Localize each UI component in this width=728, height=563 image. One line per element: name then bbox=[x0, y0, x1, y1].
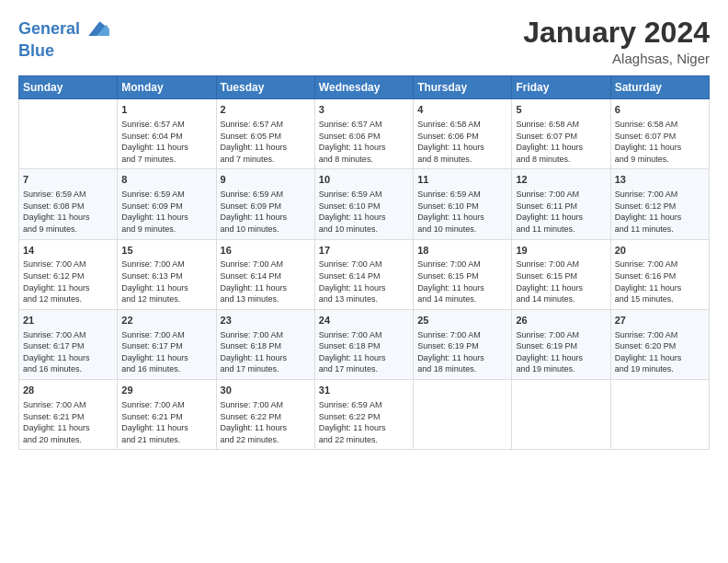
cell-info: Sunrise: 6:59 AM Sunset: 6:09 PM Dayligh… bbox=[221, 189, 311, 235]
logo-blue: Blue bbox=[18, 42, 109, 61]
calendar-cell: 28Sunrise: 7:00 AM Sunset: 6:21 PM Dayli… bbox=[19, 380, 118, 450]
calendar-week-row: 21Sunrise: 7:00 AM Sunset: 6:17 PM Dayli… bbox=[19, 309, 710, 379]
cell-info: Sunrise: 7:00 AM Sunset: 6:14 PM Dayligh… bbox=[319, 259, 409, 304]
day-number: 13 bbox=[615, 173, 705, 187]
day-number: 5 bbox=[516, 103, 606, 117]
cell-info: Sunrise: 7:00 AM Sunset: 6:22 PM Dayligh… bbox=[221, 399, 311, 445]
cell-info: Sunrise: 7:00 AM Sunset: 6:20 PM Dayligh… bbox=[615, 329, 705, 375]
day-number: 3 bbox=[319, 103, 409, 117]
header-day: Friday bbox=[512, 76, 610, 99]
cell-info: Sunrise: 7:00 AM Sunset: 6:21 PM Dayligh… bbox=[23, 399, 113, 445]
cell-info: Sunrise: 7:00 AM Sunset: 6:14 PM Dayligh… bbox=[221, 259, 311, 304]
day-number: 27 bbox=[615, 314, 705, 327]
calendar-cell: 9Sunrise: 6:59 AM Sunset: 6:09 PM Daylig… bbox=[216, 169, 314, 239]
cell-info: Sunrise: 6:59 AM Sunset: 6:10 PM Dayligh… bbox=[319, 189, 409, 235]
day-number: 1 bbox=[121, 103, 211, 117]
day-number: 26 bbox=[516, 314, 606, 327]
day-number: 9 bbox=[221, 173, 311, 187]
cell-info: Sunrise: 7:00 AM Sunset: 6:16 PM Dayligh… bbox=[615, 259, 705, 304]
day-number: 2 bbox=[221, 103, 311, 117]
calendar-cell: 25Sunrise: 7:00 AM Sunset: 6:19 PM Dayli… bbox=[414, 309, 512, 379]
location: Alaghsas, Niger bbox=[523, 51, 710, 66]
calendar-cell: 4Sunrise: 6:58 AM Sunset: 6:06 PM Daylig… bbox=[414, 99, 512, 169]
calendar-cell: 3Sunrise: 6:57 AM Sunset: 6:06 PM Daylig… bbox=[314, 99, 413, 169]
calendar-cell: 16Sunrise: 7:00 AM Sunset: 6:14 PM Dayli… bbox=[216, 239, 314, 309]
calendar-cell: 21Sunrise: 7:00 AM Sunset: 6:17 PM Dayli… bbox=[19, 309, 118, 379]
calendar-cell: 10Sunrise: 6:59 AM Sunset: 6:10 PM Dayli… bbox=[314, 169, 413, 239]
day-number: 25 bbox=[417, 314, 507, 327]
cell-info: Sunrise: 6:58 AM Sunset: 6:06 PM Dayligh… bbox=[417, 119, 507, 165]
day-number: 11 bbox=[417, 173, 507, 187]
cell-info: Sunrise: 6:59 AM Sunset: 6:09 PM Dayligh… bbox=[121, 189, 211, 235]
cell-info: Sunrise: 6:58 AM Sunset: 6:07 PM Dayligh… bbox=[516, 119, 606, 165]
cell-info: Sunrise: 7:00 AM Sunset: 6:15 PM Dayligh… bbox=[516, 259, 606, 304]
cell-info: Sunrise: 7:00 AM Sunset: 6:12 PM Dayligh… bbox=[615, 189, 705, 235]
cell-info: Sunrise: 6:57 AM Sunset: 6:06 PM Dayligh… bbox=[319, 119, 409, 165]
day-number: 16 bbox=[221, 244, 311, 258]
day-number: 30 bbox=[221, 384, 311, 397]
cell-info: Sunrise: 6:58 AM Sunset: 6:07 PM Dayligh… bbox=[615, 119, 705, 165]
calendar-cell: 29Sunrise: 7:00 AM Sunset: 6:21 PM Dayli… bbox=[118, 380, 216, 450]
cell-info: Sunrise: 7:00 AM Sunset: 6:13 PM Dayligh… bbox=[121, 259, 211, 304]
calendar-cell: 18Sunrise: 7:00 AM Sunset: 6:15 PM Dayli… bbox=[414, 239, 512, 309]
header-row: SundayMondayTuesdayWednesdayThursdayFrid… bbox=[19, 76, 710, 99]
logo-icon bbox=[84, 17, 109, 42]
calendar-cell: 27Sunrise: 7:00 AM Sunset: 6:20 PM Dayli… bbox=[610, 309, 709, 379]
cell-info: Sunrise: 6:59 AM Sunset: 6:22 PM Dayligh… bbox=[319, 399, 409, 445]
calendar-week-row: 7Sunrise: 6:59 AM Sunset: 6:08 PM Daylig… bbox=[19, 169, 710, 239]
logo-text: General bbox=[18, 20, 80, 39]
cell-info: Sunrise: 7:00 AM Sunset: 6:19 PM Dayligh… bbox=[417, 329, 507, 375]
cell-info: Sunrise: 7:00 AM Sunset: 6:11 PM Dayligh… bbox=[516, 189, 606, 235]
calendar-cell: 23Sunrise: 7:00 AM Sunset: 6:18 PM Dayli… bbox=[216, 309, 314, 379]
calendar-cell: 13Sunrise: 7:00 AM Sunset: 6:12 PM Dayli… bbox=[610, 169, 709, 239]
header-day: Wednesday bbox=[314, 76, 413, 99]
logo: General Blue bbox=[18, 17, 109, 61]
cell-info: Sunrise: 7:00 AM Sunset: 6:18 PM Dayligh… bbox=[319, 329, 409, 375]
calendar-table: SundayMondayTuesdayWednesdayThursdayFrid… bbox=[18, 75, 710, 450]
calendar-cell: 31Sunrise: 6:59 AM Sunset: 6:22 PM Dayli… bbox=[314, 380, 413, 450]
cell-info: Sunrise: 6:57 AM Sunset: 6:04 PM Dayligh… bbox=[121, 119, 211, 165]
calendar-week-row: 28Sunrise: 7:00 AM Sunset: 6:21 PM Dayli… bbox=[19, 380, 710, 450]
calendar-cell: 24Sunrise: 7:00 AM Sunset: 6:18 PM Dayli… bbox=[314, 309, 413, 379]
calendar-cell: 17Sunrise: 7:00 AM Sunset: 6:14 PM Dayli… bbox=[314, 239, 413, 309]
calendar-cell: 2Sunrise: 6:57 AM Sunset: 6:05 PM Daylig… bbox=[216, 99, 314, 169]
calendar-cell: 19Sunrise: 7:00 AM Sunset: 6:15 PM Dayli… bbox=[512, 239, 610, 309]
calendar-cell: 6Sunrise: 6:58 AM Sunset: 6:07 PM Daylig… bbox=[610, 99, 709, 169]
calendar-cell bbox=[414, 380, 512, 450]
day-number: 10 bbox=[319, 173, 409, 187]
day-number: 29 bbox=[121, 384, 211, 397]
page-header: General Blue January 2024 Alaghsas, Nige… bbox=[18, 17, 710, 66]
day-number: 14 bbox=[23, 244, 113, 258]
day-number: 8 bbox=[121, 173, 211, 187]
header-day: Thursday bbox=[414, 76, 512, 99]
calendar-cell: 8Sunrise: 6:59 AM Sunset: 6:09 PM Daylig… bbox=[118, 169, 216, 239]
day-number: 6 bbox=[615, 103, 705, 117]
title-block: January 2024 Alaghsas, Niger bbox=[523, 17, 710, 66]
cell-info: Sunrise: 6:59 AM Sunset: 6:10 PM Dayligh… bbox=[417, 189, 507, 235]
header-day: Monday bbox=[118, 76, 216, 99]
cell-info: Sunrise: 7:00 AM Sunset: 6:12 PM Dayligh… bbox=[23, 259, 113, 304]
header-day: Sunday bbox=[19, 76, 118, 99]
calendar-cell: 7Sunrise: 6:59 AM Sunset: 6:08 PM Daylig… bbox=[19, 169, 118, 239]
cell-info: Sunrise: 7:00 AM Sunset: 6:17 PM Dayligh… bbox=[23, 329, 113, 375]
day-number: 20 bbox=[615, 244, 705, 258]
cell-info: Sunrise: 6:59 AM Sunset: 6:08 PM Dayligh… bbox=[23, 189, 113, 235]
calendar-cell: 15Sunrise: 7:00 AM Sunset: 6:13 PM Dayli… bbox=[118, 239, 216, 309]
cell-info: Sunrise: 7:00 AM Sunset: 6:17 PM Dayligh… bbox=[121, 329, 211, 375]
day-number: 15 bbox=[121, 244, 211, 258]
cell-info: Sunrise: 7:00 AM Sunset: 6:21 PM Dayligh… bbox=[121, 399, 211, 445]
calendar-cell: 11Sunrise: 6:59 AM Sunset: 6:10 PM Dayli… bbox=[414, 169, 512, 239]
day-number: 22 bbox=[121, 314, 211, 327]
calendar-cell: 14Sunrise: 7:00 AM Sunset: 6:12 PM Dayli… bbox=[19, 239, 118, 309]
calendar-cell: 22Sunrise: 7:00 AM Sunset: 6:17 PM Dayli… bbox=[118, 309, 216, 379]
day-number: 17 bbox=[319, 244, 409, 258]
calendar-week-row: 1Sunrise: 6:57 AM Sunset: 6:04 PM Daylig… bbox=[19, 99, 710, 169]
calendar-cell: 26Sunrise: 7:00 AM Sunset: 6:19 PM Dayli… bbox=[512, 309, 610, 379]
day-number: 31 bbox=[319, 384, 409, 397]
calendar-cell: 30Sunrise: 7:00 AM Sunset: 6:22 PM Dayli… bbox=[216, 380, 314, 450]
header-day: Tuesday bbox=[216, 76, 314, 99]
cell-info: Sunrise: 7:00 AM Sunset: 6:19 PM Dayligh… bbox=[516, 329, 606, 375]
calendar-cell: 12Sunrise: 7:00 AM Sunset: 6:11 PM Dayli… bbox=[512, 169, 610, 239]
cell-info: Sunrise: 7:00 AM Sunset: 6:15 PM Dayligh… bbox=[417, 259, 507, 304]
day-number: 19 bbox=[516, 244, 606, 258]
